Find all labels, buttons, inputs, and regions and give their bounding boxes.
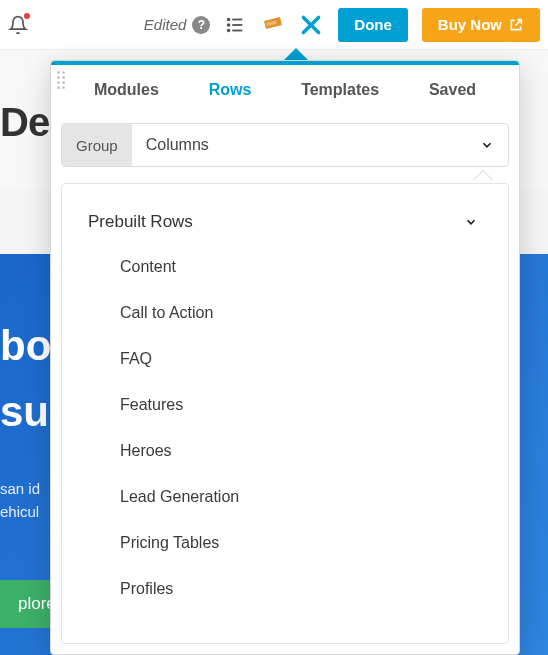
tab-modules[interactable]: Modules [94,81,159,99]
tab-saved[interactable]: Saved [429,81,476,99]
rows-scroll[interactable]: Prebuilt Rows Content Call to Action FAQ… [62,184,508,643]
panel-tabs: Modules Rows Templates Saved [51,65,519,115]
row-item-call-to-action[interactable]: Call to Action [62,290,504,336]
filter-columns-button[interactable]: Columns [132,136,466,154]
row-item-faq[interactable]: FAQ [62,336,504,382]
row-item-profiles[interactable]: Profiles [62,566,504,612]
notifications-icon[interactable] [8,15,28,35]
section-prebuilt-rows[interactable]: Prebuilt Rows [62,184,504,240]
row-item-content[interactable]: Content [62,244,504,290]
outline-icon[interactable] [224,14,246,36]
edited-label: Edited [144,16,187,33]
row-item-heroes[interactable]: Heroes [62,428,504,474]
buy-now-label: Buy Now [438,16,502,33]
done-button-label: Done [354,16,392,33]
svg-point-3 [228,18,230,20]
buy-now-button[interactable]: Buy Now [422,8,540,42]
prebuilt-rows-items: Content Call to Action FAQ Features Hero… [62,240,504,622]
rows-filter-bar: Group Columns [61,123,509,167]
close-icon[interactable] [298,12,324,38]
filter-group-button[interactable]: Group [62,124,132,166]
svg-point-4 [228,24,230,26]
hero-word-1: bo [0,322,51,370]
done-button[interactable]: Done [338,8,408,42]
chevron-down-icon [464,215,478,229]
hero-lorem-line2: ehicul [0,503,39,520]
row-item-pricing-tables[interactable]: Pricing Tables [62,520,504,566]
tab-rows[interactable]: Rows [209,81,252,99]
row-item-lead-gen[interactable]: Lead Generation [62,474,504,520]
row-item-features[interactable]: Features [62,382,504,428]
rows-list-area: Prebuilt Rows Content Call to Action FAQ… [61,183,509,644]
content-panel: Modules Rows Templates Saved Group Colum… [50,60,520,655]
top-toolbar: Edited ? Done Buy Now [0,0,548,50]
section-title: Prebuilt Rows [88,212,193,232]
svg-point-5 [228,29,230,31]
dropdown-arrow [473,171,493,181]
tab-templates[interactable]: Templates [301,81,379,99]
edited-indicator[interactable]: Edited ? [144,16,211,34]
filter-caret-icon[interactable] [466,138,508,152]
external-link-icon [508,17,524,33]
notification-dot [24,13,30,19]
hero-lorem-line1: san id [0,480,40,497]
ticket-icon[interactable] [260,13,284,37]
drag-handle-icon[interactable] [57,71,65,89]
help-icon[interactable]: ? [192,16,210,34]
hero-lorem: san id ehicul [0,478,40,523]
